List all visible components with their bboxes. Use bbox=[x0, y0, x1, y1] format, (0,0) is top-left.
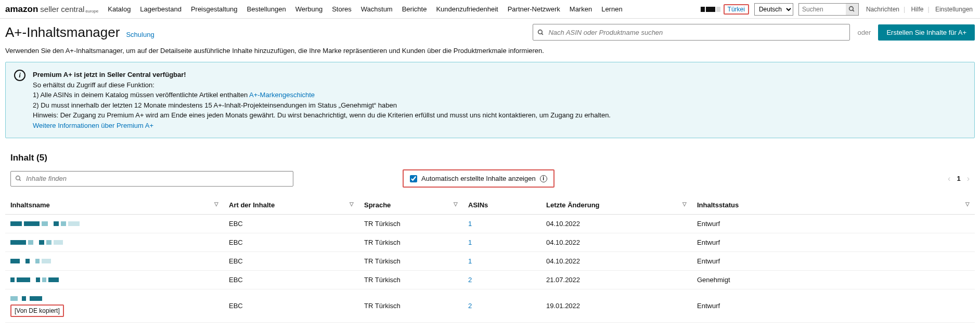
sort-icon: ▽ bbox=[350, 201, 354, 207]
premium-banner: i Premium A+ ist jetzt in Seller Central… bbox=[5, 62, 975, 138]
training-link[interactable]: Schulung bbox=[126, 31, 154, 38]
asin-link[interactable]: 1 bbox=[468, 220, 472, 228]
cell-lang: TR Türkisch bbox=[359, 289, 463, 323]
link-einstellungen[interactable]: Einstellungen bbox=[933, 6, 975, 13]
banner-line3: Hinweis: Der Zugang zu Premium A+ wird a… bbox=[33, 110, 611, 121]
nav-werbung[interactable]: Werbung bbox=[295, 5, 323, 13]
nav-katalog[interactable]: Katalog bbox=[108, 5, 131, 13]
asin-search-input[interactable] bbox=[548, 29, 845, 36]
content-filter-input[interactable] bbox=[26, 175, 289, 182]
copied-tag: [Von DE kopiert] bbox=[10, 304, 64, 317]
table-row[interactable]: EBC TR Türkisch 1 04.10.2022 Entwurf bbox=[5, 215, 975, 233]
cell-modified: 04.10.2022 bbox=[541, 215, 692, 233]
cell-status: Entwurf bbox=[692, 215, 975, 233]
cell-name bbox=[5, 252, 224, 271]
svg-line-3 bbox=[542, 33, 544, 35]
table-row[interactable]: EBC TR Türkisch 1 04.10.2022 Entwurf bbox=[5, 233, 975, 252]
banner-line2: 2) Du musst innerhalb der letzten 12 Mon… bbox=[33, 100, 611, 111]
premium-more-link[interactable]: Weitere Informationen über Premium A+ bbox=[33, 122, 153, 129]
marketplace-switcher[interactable]: Türkei bbox=[701, 4, 749, 15]
nav-marken[interactable]: Marken bbox=[570, 5, 592, 13]
asin-link[interactable]: 2 bbox=[468, 302, 472, 310]
cell-asins: 2 bbox=[463, 271, 541, 289]
nav-kundenzufriedenheit[interactable]: Kundenzufriedenheit bbox=[436, 5, 498, 13]
cell-type: EBC bbox=[224, 289, 359, 323]
svg-line-5 bbox=[19, 179, 21, 181]
col-name[interactable]: Inhaltsname▽ bbox=[5, 196, 224, 215]
col-lang[interactable]: Sprache▽ bbox=[359, 196, 463, 215]
nav-berichte[interactable]: Berichte bbox=[402, 5, 427, 13]
cell-status: Entwurf bbox=[692, 233, 975, 252]
sort-icon: ▽ bbox=[682, 201, 687, 207]
table-row[interactable]: EBC TR Türkisch 1 04.10.2022 Entwurf bbox=[5, 252, 975, 271]
nav-links: Katalog Lagerbestand Preisgestaltung Bes… bbox=[108, 5, 700, 13]
brand-story-link[interactable]: A+-Markengeschichte bbox=[249, 91, 315, 99]
cell-type: EBC bbox=[224, 252, 359, 271]
svg-line-1 bbox=[853, 10, 855, 11]
logo-amazon: amazon bbox=[5, 4, 38, 15]
col-modified[interactable]: Letzte Änderung▽ bbox=[541, 196, 692, 215]
info-icon[interactable]: i bbox=[540, 175, 547, 182]
top-nav: amazon seller central europe Katalog Lag… bbox=[0, 0, 980, 19]
cell-type: EBC bbox=[224, 215, 359, 233]
cell-asins: 1 bbox=[463, 233, 541, 252]
auto-content-checkbox[interactable] bbox=[410, 175, 417, 182]
language-select[interactable]: Deutsch bbox=[754, 3, 793, 16]
banner-title: Premium A+ ist jetzt in Seller Central v… bbox=[33, 70, 611, 80]
cell-status: Entwurf bbox=[692, 289, 975, 323]
content-section: Inhalt (5) Automatisch erstellte Inhalte… bbox=[0, 148, 980, 323]
logo[interactable]: amazon seller central europe bbox=[5, 4, 98, 15]
search-icon bbox=[537, 29, 544, 36]
cell-status: Entwurf bbox=[692, 252, 975, 271]
nav-lagerbestand[interactable]: Lagerbestand bbox=[140, 5, 182, 13]
table-row[interactable]: [Von DE kopiert] EBC TR Türkisch 2 19.01… bbox=[5, 289, 975, 323]
cell-type: EBC bbox=[224, 233, 359, 252]
asin-search bbox=[533, 24, 850, 41]
create-content-button[interactable]: Erstellen Sie Inhalte für A+ bbox=[878, 24, 975, 41]
search-icon bbox=[15, 175, 22, 182]
cell-lang: TR Türkisch bbox=[359, 252, 463, 271]
cell-modified: 04.10.2022 bbox=[541, 233, 692, 252]
cell-modified: 21.07.2022 bbox=[541, 271, 692, 289]
cell-name bbox=[5, 271, 224, 289]
content-filter bbox=[10, 171, 293, 187]
auto-content-label: Automatisch erstellte Inhalte anzeigen bbox=[421, 175, 536, 182]
cell-modified: 19.01.2022 bbox=[541, 289, 692, 323]
cell-asins: 1 bbox=[463, 252, 541, 271]
link-hilfe[interactable]: Hilfe bbox=[909, 6, 925, 13]
svg-point-0 bbox=[849, 7, 854, 11]
pager: ‹ 1 › bbox=[948, 174, 970, 183]
nav-lernen[interactable]: Lernen bbox=[601, 5, 622, 13]
nav-preisgestaltung[interactable]: Preisgestaltung bbox=[191, 5, 238, 13]
col-type[interactable]: Art der Inhalte▽ bbox=[224, 196, 359, 215]
pager-prev[interactable]: ‹ bbox=[948, 174, 950, 183]
svg-point-2 bbox=[538, 30, 543, 34]
auto-content-toggle: Automatisch erstellte Inhalte anzeigen i bbox=[403, 169, 555, 188]
col-asins: ASINs bbox=[463, 196, 541, 215]
cell-status: Genehmigt bbox=[692, 271, 975, 289]
pager-next[interactable]: › bbox=[967, 174, 970, 183]
table-row[interactable]: EBC TR Türkisch 2 21.07.2022 Genehmigt bbox=[5, 271, 975, 289]
page-header: A+-Inhaltsmanager Schulung oder Erstelle… bbox=[0, 19, 980, 44]
page-description: Verwenden Sie den A+-Inhaltsmanager, um … bbox=[0, 44, 980, 62]
cell-name bbox=[5, 215, 224, 233]
info-icon: i bbox=[14, 70, 25, 81]
top-search-button[interactable] bbox=[846, 4, 858, 15]
or-label: oder bbox=[857, 29, 871, 36]
col-status[interactable]: Inhaltsstatus▽ bbox=[692, 196, 975, 215]
right-links: Nachrichten| Hilfe| Einstellungen bbox=[864, 6, 975, 13]
svg-point-4 bbox=[16, 176, 20, 180]
asin-link[interactable]: 2 bbox=[468, 276, 472, 284]
banner-intro: So erhältst du Zugriff auf diese Funktio… bbox=[33, 80, 611, 90]
asin-link[interactable]: 1 bbox=[468, 257, 472, 265]
link-nachrichten[interactable]: Nachrichten bbox=[864, 6, 901, 13]
nav-partner[interactable]: Partner-Netzwerk bbox=[508, 5, 560, 13]
logo-seller: seller central bbox=[40, 5, 84, 14]
top-search-input[interactable] bbox=[799, 5, 846, 14]
nav-stores[interactable]: Stores bbox=[332, 5, 352, 13]
nav-right: Türkei Deutsch Nachrichten| Hilfe| Einst… bbox=[701, 3, 975, 16]
nav-wachstum[interactable]: Wachstum bbox=[361, 5, 393, 13]
cell-lang: TR Türkisch bbox=[359, 233, 463, 252]
nav-bestellungen[interactable]: Bestellungen bbox=[247, 5, 286, 13]
asin-link[interactable]: 1 bbox=[468, 239, 472, 246]
